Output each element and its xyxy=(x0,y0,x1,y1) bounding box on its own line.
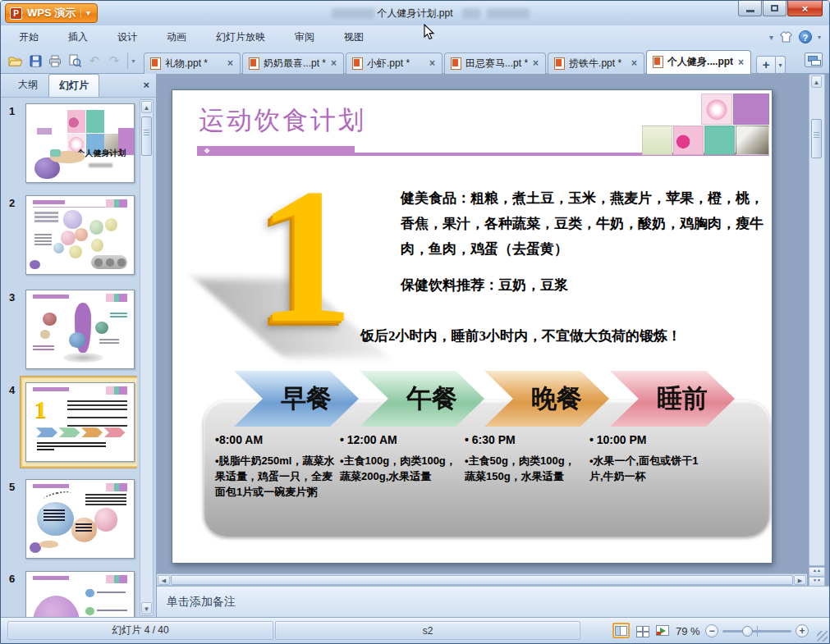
doc-tab-fitness-active[interactable]: 个人健身....ppt × xyxy=(646,50,751,74)
thumbnail-slide-5[interactable]: 5 xyxy=(1,479,137,560)
deco-mini-images xyxy=(106,483,127,491)
ppt-file-icon xyxy=(451,57,461,70)
deco-mini-arrow-pink xyxy=(103,427,125,437)
tab-slides[interactable]: 幻灯片 xyxy=(48,74,99,97)
close-icon: × xyxy=(802,2,809,15)
slide-editor-area: 运动饮食计划 ❖ 1 健美食品：粗粮，煮土豆，玉米，燕麦片，苹果，橙，桃，香焦，… xyxy=(157,74,829,619)
paragraph-warning[interactable]: 饭后2小时内，睡前3小时内，不宜做大负荷的锻炼！ xyxy=(360,327,763,345)
meal-detail-dinner[interactable]: • 6:30 PM •主食50g，肉类100g，蔬菜150g，水果适量 xyxy=(465,433,585,484)
thumbnail-slide-6[interactable]: 6 xyxy=(1,571,137,619)
thumbnail-slide-2[interactable]: 2 xyxy=(1,195,137,276)
tab-close-icon[interactable]: × xyxy=(532,57,539,69)
doc-tab-nainai[interactable]: 奶奶最喜...pt * × xyxy=(242,53,344,74)
slide-counter: 幻灯片 4 / 40 xyxy=(7,621,273,640)
meal-detail-bedtime[interactable]: • 10:00 PM •水果一个,面包或饼干1片,牛奶一杯 xyxy=(589,433,709,484)
wps-window: P WPS 演示 ▾ 个人健身计划.ppt × 开始 插入 设计 动画 幻灯片放… xyxy=(0,0,830,644)
thumbnail-preview[interactable] xyxy=(25,571,135,619)
deco-person-top xyxy=(50,149,61,157)
normal-view-button[interactable] xyxy=(612,623,630,638)
previous-slide-icon[interactable]: ▲▲ xyxy=(809,567,825,577)
toolbar-options-caret-icon[interactable]: ▾ xyxy=(127,53,139,69)
menu-start[interactable]: 开始 xyxy=(7,26,50,48)
horizontal-scrollbar[interactable]: ◀ ▶ xyxy=(157,573,807,586)
print-preview-icon[interactable] xyxy=(66,53,83,69)
doc-tab-tianji[interactable]: 田忌赛马...pt * × xyxy=(444,53,546,74)
deco-ball xyxy=(30,260,40,269)
minimize-button[interactable] xyxy=(738,1,762,16)
menu-slideshow[interactable]: 幻灯片放映 xyxy=(204,26,277,48)
menu-view[interactable]: 视图 xyxy=(332,26,375,48)
scroll-up-icon[interactable]: ▲ xyxy=(811,75,822,88)
slide-sorter-button[interactable] xyxy=(634,623,651,638)
deco-title-bar xyxy=(33,576,70,581)
undo-icon[interactable]: ↶ xyxy=(86,53,103,69)
deco-text-lines xyxy=(34,212,58,214)
deco-big-purple-circle xyxy=(33,596,80,619)
doc-tab-laotieniu[interactable]: 捞铁牛.ppt * × xyxy=(548,53,644,74)
vertical-scrollbar-thumb[interactable] xyxy=(811,119,822,158)
tab-close-icon[interactable]: × xyxy=(429,57,436,69)
deco-bullet-blue xyxy=(85,589,94,597)
window-controls: × xyxy=(737,1,823,16)
tab-close-icon[interactable]: × xyxy=(330,57,337,69)
panel-scrollbar-thumb[interactable] xyxy=(141,116,152,156)
doc-tab-xiaoxia[interactable]: 小虾.ppt * × xyxy=(346,53,443,74)
paragraph-drinks[interactable]: 保健饮料推荐：豆奶，豆浆 xyxy=(401,276,773,295)
zoom-in-button[interactable]: + xyxy=(796,624,809,637)
print-icon[interactable] xyxy=(47,53,63,69)
tab-outline[interactable]: 大纲 xyxy=(7,73,48,97)
deco-circle xyxy=(43,313,57,326)
notes-area[interactable]: 单击添加备注 xyxy=(157,586,830,619)
meal-detail-lunch[interactable]: • 12:00 AM •主食100g，肉类100g，蔬菜200g,水果适量 xyxy=(340,433,460,484)
switch-window-icon[interactable] xyxy=(805,53,823,67)
skin-theme-icon[interactable] xyxy=(779,30,793,43)
paragraph-foods[interactable]: 健美食品：粗粮，煮土豆，玉米，燕麦片，苹果，橙，桃，香焦，果汁，各种蔬菜，豆类，… xyxy=(401,185,773,262)
thumbnail-slide-3[interactable]: 3 xyxy=(1,290,137,371)
help-caret-icon[interactable]: ▾ xyxy=(818,34,821,41)
doc-tab-liwu[interactable]: 礼物.ppt * × xyxy=(144,53,241,74)
thumbnail-preview[interactable] xyxy=(25,195,135,275)
chevron-down-icon[interactable]: ▾ xyxy=(769,33,773,42)
zoom-out-button[interactable]: − xyxy=(705,624,718,637)
panel-scrollbar[interactable]: ▲ ▼ xyxy=(140,99,154,616)
scroll-up-icon[interactable]: ▲ xyxy=(141,101,152,113)
slideshow-button[interactable] xyxy=(653,623,671,638)
thumbnail-preview[interactable] xyxy=(25,290,135,369)
thumbnail-preview[interactable] xyxy=(25,479,135,559)
zoom-slider-handle[interactable] xyxy=(742,626,753,637)
new-tab-button[interactable]: + xyxy=(756,56,776,74)
horizontal-scrollbar-thumb[interactable] xyxy=(171,575,793,585)
menu-animation[interactable]: 动画 xyxy=(155,26,198,48)
open-file-icon[interactable] xyxy=(7,53,24,69)
thumbnail-slide-4-selected[interactable]: 4 1 xyxy=(1,382,137,464)
scroll-left-icon[interactable]: ◀ xyxy=(158,575,170,585)
tab-close-icon[interactable]: × xyxy=(631,57,638,69)
thumbnail-slide-1[interactable]: 1 个人健身计划 xyxy=(1,103,137,185)
current-slide-canvas[interactable]: 运动饮食计划 ❖ 1 健美食品：粗粮，煮土豆，玉米，燕麦片，苹果，橙，桃，香焦，… xyxy=(172,89,773,564)
panel-close-icon[interactable]: × xyxy=(143,79,149,91)
meal-detail-breakfast[interactable]: •8:00 AM •脱脂牛奶250ml，蔬菜水果适量，鸡蛋一只，全麦面包1片或一… xyxy=(215,433,335,500)
close-button[interactable]: × xyxy=(787,1,823,16)
menu-design[interactable]: 设计 xyxy=(106,26,149,48)
panel-tabs: 大纲 幻灯片 × xyxy=(1,74,156,98)
scroll-right-icon[interactable]: ▶ xyxy=(794,575,806,585)
thumbnail-preview[interactable]: 1 xyxy=(25,382,135,462)
thumbnail-preview[interactable]: 个人健身计划 xyxy=(25,103,135,183)
save-icon[interactable] xyxy=(27,53,44,69)
resize-grip[interactable] xyxy=(817,631,828,642)
help-icon[interactable]: ? xyxy=(799,30,812,43)
deco-notebook-photo xyxy=(736,126,769,155)
deco-mini-images xyxy=(106,575,127,583)
menu-review[interactable]: 审阅 xyxy=(283,26,326,48)
restore-button[interactable] xyxy=(763,1,786,16)
menu-insert[interactable]: 插入 xyxy=(57,26,99,48)
vertical-scrollbar[interactable]: ▲ xyxy=(809,74,825,566)
zoom-slider-center-tick xyxy=(757,626,758,637)
slide-title[interactable]: 运动饮食计划 xyxy=(199,103,366,138)
diamond-icon: ❖ xyxy=(204,147,210,155)
new-tab-caret-icon[interactable]: ▾ xyxy=(776,56,786,74)
redo-icon[interactable]: ↷ xyxy=(106,53,122,69)
tab-close-icon[interactable]: × xyxy=(227,57,234,69)
tab-close-icon[interactable]: × xyxy=(737,57,745,68)
scroll-down-icon[interactable]: ▼ xyxy=(141,602,152,614)
